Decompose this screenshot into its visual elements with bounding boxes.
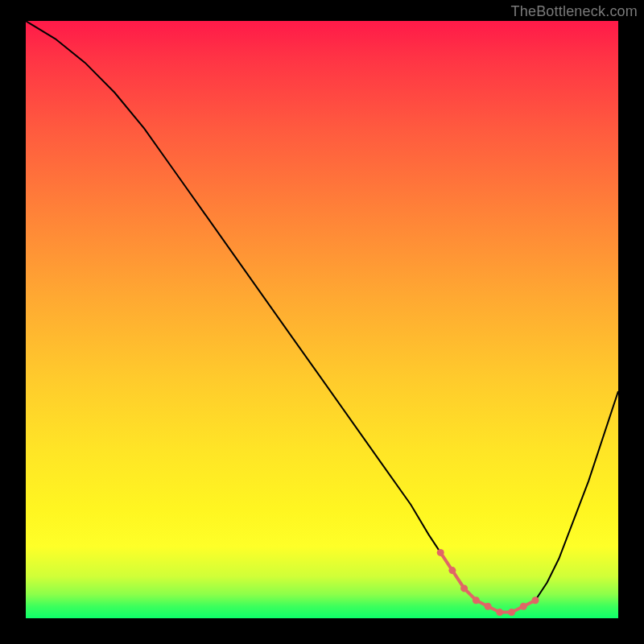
- optimal-marker: [460, 584, 468, 592]
- optimal-range-markers: [437, 549, 539, 616]
- optimal-marker: [496, 609, 503, 616]
- chart-area: [26, 21, 618, 618]
- chart-svg: [26, 21, 618, 618]
- optimal-marker: [448, 567, 456, 574]
- optimal-marker: [508, 609, 515, 616]
- watermark-text: TheBottleneck.com: [511, 3, 638, 20]
- optimal-marker: [437, 549, 444, 556]
- bottleneck-curve-line: [26, 21, 618, 613]
- optimal-marker: [520, 603, 527, 610]
- optimal-marker: [473, 597, 480, 604]
- optimal-marker: [532, 597, 539, 604]
- optimal-marker: [485, 603, 492, 610]
